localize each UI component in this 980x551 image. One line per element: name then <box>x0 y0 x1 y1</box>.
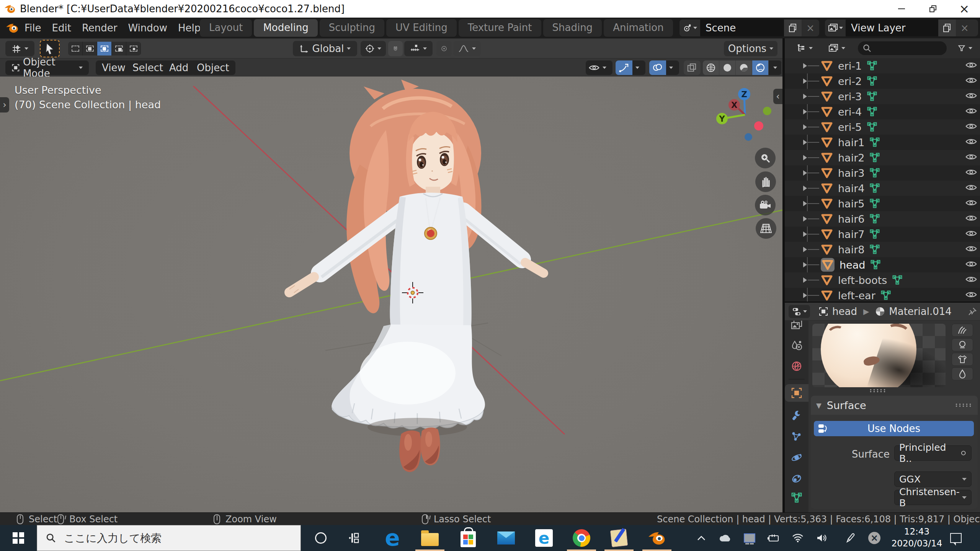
eye-icon[interactable] <box>965 214 977 224</box>
tab-modeling[interactable]: Modeling <box>254 19 317 37</box>
zoom-view-button[interactable] <box>755 148 776 168</box>
tab-view-layer-properties[interactable] <box>785 321 808 334</box>
tab-modifier-properties[interactable] <box>785 406 808 424</box>
action-center-button[interactable] <box>946 525 965 551</box>
properties-editor-type-dropdown[interactable] <box>789 305 810 318</box>
eye-icon[interactable] <box>965 260 977 270</box>
preview-cloth-button[interactable] <box>952 353 973 366</box>
scene-unlink-button[interactable]: × <box>802 20 819 36</box>
camera-view-button[interactable] <box>755 195 776 215</box>
tab-object-properties[interactable] <box>785 384 808 402</box>
taskbar-app-mail[interactable] <box>488 525 524 551</box>
select-mode-subtract-button[interactable] <box>97 42 112 55</box>
tab-scene-properties[interactable] <box>785 337 808 354</box>
scene-new-copy-button[interactable] <box>784 20 802 36</box>
search-input[interactable] <box>63 531 278 545</box>
outliner-row[interactable]: hair4 <box>785 181 980 196</box>
tray-expand-button[interactable] <box>694 525 709 551</box>
tab-shading[interactable]: Shading <box>543 19 602 37</box>
eye-icon[interactable] <box>965 153 977 163</box>
eye-icon[interactable] <box>965 91 977 101</box>
eye-icon[interactable] <box>965 137 977 147</box>
scene-name-field[interactable]: Scene <box>700 20 784 36</box>
outliner-row[interactable]: hair7 <box>785 227 980 242</box>
expand-arrow-icon[interactable] <box>803 201 807 206</box>
preview-fluid-button[interactable] <box>952 367 973 380</box>
expand-arrow-icon[interactable] <box>803 216 807 222</box>
taskbar-app-edge[interactable]: e <box>374 525 411 551</box>
taskbar-clock[interactable]: 12:43 2020/03/14 <box>888 526 946 550</box>
eye-icon[interactable] <box>965 245 977 254</box>
blender-menu-logo-icon[interactable] <box>5 21 19 35</box>
tray-display[interactable] <box>741 525 758 551</box>
distribution-dropdown[interactable]: GGX <box>894 471 972 487</box>
show-gizmo-toggle[interactable] <box>616 60 632 75</box>
eye-icon[interactable] <box>965 229 977 239</box>
editor-vertical-divider[interactable] <box>782 38 785 512</box>
select-mode-extend-button[interactable] <box>83 42 97 55</box>
task-view-button[interactable] <box>336 525 373 551</box>
axis-gizmo[interactable]: Z X Y <box>711 83 782 148</box>
tab-physics-properties[interactable] <box>785 449 808 466</box>
eye-icon[interactable] <box>965 61 977 71</box>
menu-file[interactable]: File <box>19 20 47 36</box>
eye-icon[interactable] <box>965 275 977 285</box>
options-dropdown[interactable]: Options <box>724 41 777 56</box>
outliner-panel[interactable]: eri-1 eri-2 eri-3 eri-4 eri-5 hair1 hair… <box>785 58 980 302</box>
tab-particle-properties[interactable] <box>785 428 808 445</box>
outliner-row[interactable]: hair3 <box>785 165 980 181</box>
window-titlebar[interactable]: Blender* [C:¥UserData¥blender¥20200216co… <box>0 0 980 18</box>
tab-world-properties[interactable] <box>785 357 808 375</box>
tab-constraint-properties[interactable] <box>785 470 808 487</box>
pin-icon[interactable] <box>968 307 977 316</box>
outliner-row[interactable]: hair1 <box>785 135 980 150</box>
shading-solid-button[interactable] <box>719 60 736 75</box>
surface-panel-header[interactable]: ▼ Surface <box>811 396 978 415</box>
minimize-button[interactable] <box>886 0 917 18</box>
taskbar-app-blender[interactable] <box>639 525 675 551</box>
preview-hair-button[interactable] <box>952 324 973 337</box>
tab-animation[interactable]: Animation <box>604 19 673 37</box>
expand-arrow-icon[interactable] <box>803 247 807 252</box>
expand-arrow-icon[interactable] <box>803 140 807 145</box>
viewport-menu-object[interactable]: Object <box>191 60 235 75</box>
outliner-row[interactable]: hair8 <box>785 242 980 257</box>
snap-settings-dropdown[interactable] <box>404 41 433 56</box>
start-button[interactable] <box>0 525 37 551</box>
eye-icon[interactable] <box>965 76 977 86</box>
tab-sculpting[interactable]: Sculpting <box>320 19 384 37</box>
outliner-row[interactable]: eri-1 <box>785 58 980 73</box>
tab-uv-editing[interactable]: UV Editing <box>386 19 457 37</box>
viewport-menu-add[interactable]: Add <box>163 60 194 75</box>
subsurface-method-dropdown[interactable]: Christensen-B <box>894 490 972 505</box>
expand-arrow-icon[interactable] <box>803 78 807 84</box>
outliner-row[interactable]: left-boots <box>785 272 980 288</box>
eye-icon[interactable] <box>965 290 977 300</box>
view-layer-name-field[interactable]: View Layer <box>846 20 938 36</box>
outliner-row[interactable]: hair6 <box>785 211 980 227</box>
eye-icon[interactable] <box>965 122 977 132</box>
select-mode-invert-button[interactable] <box>112 42 126 55</box>
transform-orientation-dropdown[interactable]: Global <box>293 41 357 56</box>
shading-rendered-button[interactable] <box>752 60 769 75</box>
cortana-button[interactable] <box>302 525 339 551</box>
tray-pen[interactable] <box>841 525 859 551</box>
gizmo-settings-dropdown[interactable] <box>632 60 645 75</box>
taskbar-app-text-editor[interactable] <box>601 525 637 551</box>
menu-render[interactable]: Render <box>77 20 123 36</box>
toolbar-expand-arrow[interactable]: › <box>0 97 9 112</box>
tray-ime[interactable]: × <box>866 525 883 551</box>
view-layer-new-copy-button[interactable] <box>938 20 956 36</box>
outliner-display-mode-dropdown[interactable] <box>791 41 818 55</box>
expand-arrow-icon[interactable] <box>803 94 807 99</box>
tray-volume[interactable] <box>813 525 831 551</box>
expand-arrow-icon[interactable] <box>803 124 807 130</box>
outliner-row[interactable]: eri-2 <box>785 73 980 89</box>
taskbar-app-internet-explorer[interactable]: e <box>526 525 562 551</box>
proportional-editing-toggle[interactable] <box>436 41 452 56</box>
shading-wireframe-button[interactable] <box>703 60 719 75</box>
menu-window[interactable]: Window <box>122 20 173 36</box>
close-button[interactable]: × <box>949 0 980 18</box>
tab-layout[interactable]: Layout <box>200 19 252 37</box>
taskbar-app-chrome[interactable] <box>563 525 600 551</box>
